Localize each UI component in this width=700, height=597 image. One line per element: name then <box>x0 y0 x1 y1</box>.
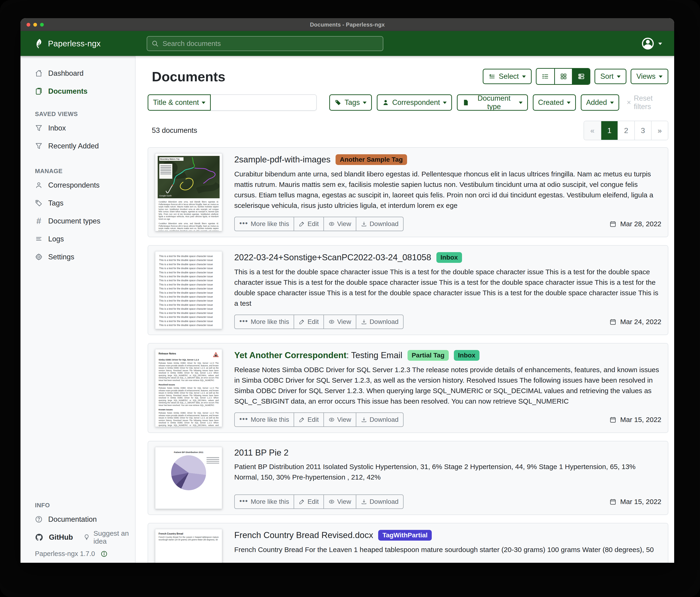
document-card: Release Notes Simba ODBC Driver for SQL … <box>148 343 668 433</box>
view-mode-list[interactable] <box>536 69 554 84</box>
view-button[interactable]: View <box>323 412 356 427</box>
pagination-page-2[interactable]: 2 <box>618 121 634 140</box>
filter-bar: Title & content Tags Corresp <box>148 94 668 111</box>
download-button[interactable]: Download <box>356 495 404 509</box>
view-button[interactable]: View <box>323 315 356 329</box>
global-search <box>147 36 383 51</box>
map-title: Boundary Waters Trip <box>159 157 183 161</box>
edit-button[interactable]: Edit <box>294 217 324 231</box>
user-menu[interactable] <box>641 37 662 50</box>
lightbulb-icon <box>83 534 90 541</box>
tag-badge[interactable]: TagWithPartial <box>378 530 432 541</box>
document-thumbnail[interactable]: Boundary Waters Trip Google Earth Curabi… <box>155 153 222 231</box>
pencil-icon <box>299 319 305 325</box>
thumbnail-text: Release Notes Simba ODBC Driver for SQL … <box>158 412 219 427</box>
document-actions: •••More like this Edit View Download <box>234 412 404 427</box>
chevron-down-icon <box>519 102 523 106</box>
sidebar-item-label: Inbox <box>48 124 66 133</box>
sidebar-item-github[interactable]: GitHub <box>35 528 73 546</box>
document-thumbnail[interactable]: Release Notes Simba ODBC Driver for SQL … <box>155 349 222 427</box>
download-button[interactable]: Download <box>356 315 404 329</box>
gear-icon <box>35 253 43 261</box>
minimize-window-button[interactable] <box>33 23 37 27</box>
zoom-window-button[interactable] <box>40 23 44 27</box>
document-excerpt: Release Notes Simba ODBC Driver for SQL … <box>234 364 661 406</box>
document-title[interactable]: 2011 BP Pie 2 <box>234 448 289 458</box>
filter-document-type-button[interactable]: Document type <box>457 94 528 111</box>
more-like-this-button[interactable]: •••More like this <box>234 495 294 509</box>
more-like-this-button[interactable]: •••More like this <box>234 315 294 329</box>
views-button[interactable]: Views <box>631 69 668 84</box>
tag-badge[interactable]: Inbox <box>454 350 480 361</box>
sidebar-item-settings[interactable]: Settings <box>35 248 129 266</box>
thumbnail-text: Release Notes Simba ODBC Driver for SQL … <box>158 362 219 381</box>
github-icon <box>35 533 43 542</box>
download-button[interactable]: Download <box>356 217 404 231</box>
view-button[interactable]: View <box>323 217 356 231</box>
calendar-icon <box>609 416 617 423</box>
reset-filters-button[interactable]: × Reset filters <box>627 94 668 111</box>
view-mode-details[interactable] <box>572 69 590 84</box>
sidebar-item-documentation[interactable]: Documentation <box>35 510 129 528</box>
pagination-page-1[interactable]: 1 <box>601 121 618 140</box>
file-filled-icon <box>462 99 469 106</box>
view-mode-toggle <box>536 68 590 85</box>
filter-text-input[interactable] <box>211 94 317 111</box>
filter-tags-button[interactable]: Tags <box>329 94 372 111</box>
more-like-this-button[interactable]: •••More like this <box>234 412 294 427</box>
document-thumbnail[interactable]: Patient BP Distribution 2011 <box>155 447 222 509</box>
sidebar-item-dashboard[interactable]: Dashboard <box>35 64 129 82</box>
sidebar-section-saved-views: SAVED VIEWS <box>35 111 129 118</box>
download-button[interactable]: Download <box>356 412 404 427</box>
document-title[interactable]: 2sample-pdf-with-images <box>234 155 330 165</box>
document-actions: •••More like this Edit View Download <box>234 315 404 329</box>
pagination-next[interactable]: » <box>651 121 668 140</box>
search-input[interactable] <box>162 39 379 48</box>
sidebar-item-correspondents[interactable]: Correspondents <box>35 176 129 194</box>
document-title[interactable]: Yet Another Correspondent: Testing Email <box>234 351 402 360</box>
select-button[interactable]: Select <box>483 69 532 84</box>
sidebar-item-tags[interactable]: Tags <box>35 194 129 212</box>
pagination: « 1 2 3 » <box>583 121 668 140</box>
app-brand[interactable]: Paperless-ngx <box>21 38 101 49</box>
tag-badge[interactable]: Partial Tag <box>407 350 449 361</box>
chevron-down-icon <box>443 102 447 106</box>
sort-button[interactable]: Sort <box>595 69 626 84</box>
app-window: Documents - Paperless-ngx Paperless-ngx <box>21 18 674 563</box>
edit-button[interactable]: Edit <box>294 495 324 509</box>
sidebar-item-documents[interactable]: Documents <box>35 82 129 100</box>
sidebar-item-label: Correspondents <box>48 181 100 189</box>
sidebar-item-logs[interactable]: Logs <box>35 230 129 248</box>
info-circle-icon[interactable] <box>101 550 107 557</box>
tag-badge[interactable]: Another Sample Tag <box>335 154 407 165</box>
pie-chart-preview <box>171 455 206 490</box>
filter-field-selector[interactable]: Title & content <box>148 94 211 111</box>
filter-created-button[interactable]: Created <box>533 94 576 111</box>
pencil-icon <box>299 416 305 423</box>
sidebar-item-label: Recently Added <box>48 142 99 150</box>
document-thumbnail[interactable]: French Country Bread French Country Brea… <box>155 529 222 563</box>
sidebar-item-recently-added[interactable]: Recently Added <box>35 137 129 155</box>
sidebar-item-suggest-idea[interactable]: Suggest an idea <box>83 528 129 546</box>
more-like-this-button[interactable]: •••More like this <box>234 217 294 231</box>
edit-button[interactable]: Edit <box>294 412 324 427</box>
pagination-page-3[interactable]: 3 <box>634 121 651 140</box>
edit-button[interactable]: Edit <box>294 315 324 329</box>
tag-badge[interactable]: Inbox <box>436 252 462 263</box>
view-mode-grid[interactable] <box>554 69 572 84</box>
document-thumbnail[interactable]: This is a test for the double space char… <box>155 251 222 329</box>
filter-correspondent-button[interactable]: Correspondent <box>377 94 452 111</box>
close-window-button[interactable] <box>27 23 30 27</box>
map-legend <box>159 164 172 179</box>
calendar-icon <box>609 498 617 505</box>
document-title[interactable]: French Country Bread Revised.docx <box>234 530 373 540</box>
filter-search-combo: Title & content <box>148 94 317 111</box>
sidebar-item-inbox[interactable]: Inbox <box>35 119 129 137</box>
filter-added-button[interactable]: Added <box>581 94 619 111</box>
view-button[interactable]: View <box>323 495 356 509</box>
pagination-prev[interactable]: « <box>584 121 601 140</box>
document-excerpt: This is a test for the double space char… <box>234 267 661 309</box>
document-title[interactable]: 2022-03-24+Sonstige+ScanPC2022-03-24_081… <box>234 253 431 262</box>
hash-icon: # <box>35 216 43 226</box>
sidebar-item-document-types[interactable]: # Document types <box>35 212 129 230</box>
